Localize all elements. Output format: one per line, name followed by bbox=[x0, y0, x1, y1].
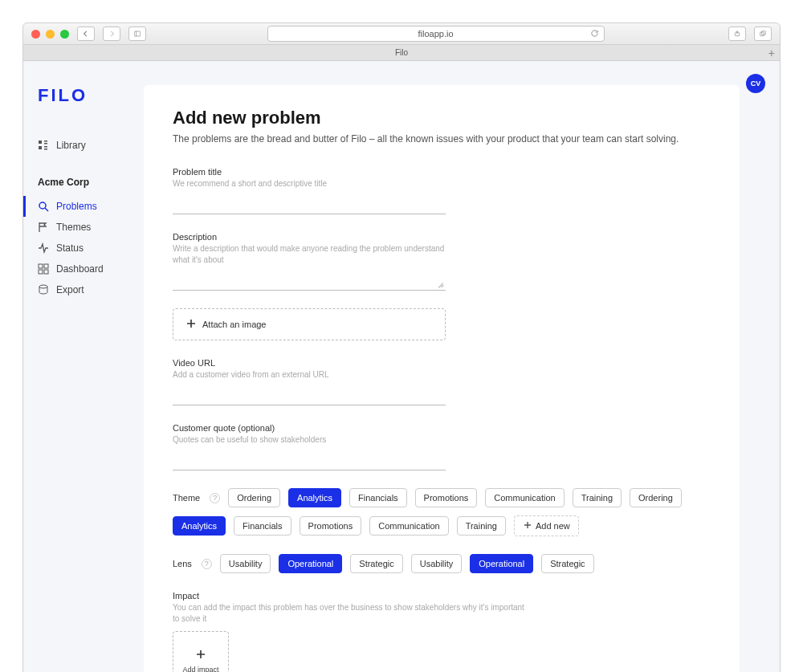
impact-label: Impact bbox=[173, 591, 526, 601]
back-button[interactable] bbox=[77, 26, 95, 41]
active-tab-title[interactable]: Filo bbox=[395, 48, 408, 57]
field-customer-quote: Customer quote (optional) Quotes can be … bbox=[173, 423, 446, 470]
theme-chip-promotions[interactable]: Promotions bbox=[415, 488, 478, 507]
sidebar-item-label: Library bbox=[56, 140, 86, 151]
dashboard-icon bbox=[38, 263, 49, 275]
sidebar-item-status[interactable]: Status bbox=[23, 238, 136, 259]
lens-chip-usability[interactable]: Usability bbox=[411, 554, 463, 573]
forward-button[interactable] bbox=[103, 26, 120, 41]
svg-rect-10 bbox=[44, 149, 47, 150]
sidebar-toggle-button[interactable] bbox=[128, 26, 146, 41]
svg-rect-16 bbox=[44, 270, 48, 274]
svg-rect-5 bbox=[39, 141, 42, 144]
attach-image-button[interactable]: Attach an image bbox=[173, 308, 446, 340]
svg-rect-14 bbox=[44, 264, 48, 268]
org-name: Acme Corp bbox=[35, 177, 136, 196]
field-description: Description Write a description that wou… bbox=[173, 232, 446, 291]
resize-handle-icon[interactable] bbox=[438, 281, 444, 287]
sidebar-item-export[interactable]: Export bbox=[23, 279, 136, 300]
plus-icon bbox=[523, 520, 532, 531]
theme-chip-analytics[interactable]: Analytics bbox=[173, 516, 226, 536]
quote-hint: Quotes can be useful to show stakeholder… bbox=[173, 434, 446, 446]
svg-rect-8 bbox=[44, 143, 47, 145]
add-impact-label: Add impact bbox=[182, 666, 218, 672]
lens-label: Lens bbox=[173, 559, 192, 568]
description-label: Description bbox=[173, 232, 446, 242]
maximize-window-button[interactable] bbox=[60, 30, 69, 39]
theme-chip-communication[interactable]: Communication bbox=[369, 516, 448, 536]
problem-title-label: Problem title bbox=[173, 167, 446, 177]
svg-rect-0 bbox=[134, 31, 140, 36]
svg-rect-6 bbox=[39, 146, 42, 149]
plus-icon bbox=[186, 319, 196, 330]
flag-icon bbox=[38, 222, 49, 233]
sidebar-item-library[interactable]: Library bbox=[23, 135, 136, 156]
page-title: Add new problem bbox=[173, 108, 711, 128]
page-subtitle: The problems are the bread and butter of… bbox=[173, 133, 711, 145]
theme-chip-financials[interactable]: Financials bbox=[349, 488, 407, 507]
minimize-window-button[interactable] bbox=[46, 30, 55, 39]
svg-rect-13 bbox=[39, 264, 43, 268]
impact-hint: You can add the impact this problem has … bbox=[173, 602, 526, 625]
field-problem-title: Problem title We recommend a short and d… bbox=[173, 167, 446, 214]
theme-chip-ordering[interactable]: Ordering bbox=[630, 488, 682, 507]
attach-label: Attach an image bbox=[202, 320, 267, 329]
lens-chip-operational[interactable]: Operational bbox=[470, 554, 533, 573]
theme-row: Theme ? OrderingAnalyticsFinancialsPromo… bbox=[173, 488, 711, 536]
lens-chip-operational[interactable]: Operational bbox=[279, 554, 342, 573]
search-icon bbox=[38, 201, 49, 212]
sidebar-item-themes[interactable]: Themes bbox=[23, 217, 136, 238]
quote-input[interactable] bbox=[173, 449, 446, 470]
svg-point-17 bbox=[39, 285, 47, 288]
video-url-hint: Add a customer video from an external UR… bbox=[173, 369, 446, 381]
theme-chip-training[interactable]: Training bbox=[573, 488, 622, 507]
svg-rect-7 bbox=[44, 141, 47, 142]
plus-icon bbox=[196, 650, 206, 661]
sidebar-item-dashboard[interactable]: Dashboard bbox=[23, 259, 136, 279]
tabs-button[interactable] bbox=[754, 26, 772, 41]
sidebar-item-label: Themes bbox=[56, 222, 91, 233]
video-url-label: Video URL bbox=[173, 358, 446, 368]
logo: FILO bbox=[35, 85, 136, 106]
activity-icon bbox=[38, 242, 49, 254]
reload-icon[interactable] bbox=[590, 29, 599, 39]
sidebar-item-problems[interactable]: Problems bbox=[23, 196, 136, 217]
add-theme-label: Add new bbox=[536, 521, 570, 531]
export-icon bbox=[38, 284, 49, 295]
problem-title-hint: We recommend a short and descriptive tit… bbox=[173, 178, 446, 189]
sidebar: FILO Library Acme Corp Problems Themes S… bbox=[23, 61, 136, 672]
browser-tab-bar: Filo + bbox=[22, 45, 781, 61]
sidebar-item-label: Dashboard bbox=[56, 263, 104, 275]
theme-label: Theme bbox=[173, 493, 200, 503]
main-content: Add new problem The problems are the bre… bbox=[144, 85, 740, 672]
field-impact: Impact You can add the impact this probl… bbox=[173, 591, 526, 672]
theme-chip-financials[interactable]: Financials bbox=[234, 516, 291, 536]
problem-title-input[interactable] bbox=[173, 193, 446, 214]
lens-chip-strategic[interactable]: Strategic bbox=[541, 554, 593, 573]
add-theme-button[interactable]: Add new bbox=[514, 515, 579, 536]
video-url-input[interactable] bbox=[173, 384, 446, 405]
share-button[interactable] bbox=[728, 26, 746, 41]
add-impact-button[interactable]: Add impact bbox=[173, 631, 229, 672]
info-icon[interactable]: ? bbox=[210, 493, 220, 503]
svg-line-12 bbox=[45, 208, 48, 211]
lens-chip-strategic[interactable]: Strategic bbox=[350, 554, 402, 573]
new-tab-button[interactable]: + bbox=[768, 47, 775, 59]
user-avatar[interactable]: CV bbox=[746, 74, 765, 93]
theme-chip-ordering[interactable]: Ordering bbox=[228, 488, 280, 507]
svg-rect-15 bbox=[39, 270, 43, 274]
library-icon bbox=[38, 140, 49, 151]
address-bar[interactable]: filoapp.io bbox=[267, 26, 605, 42]
theme-chip-analytics[interactable]: Analytics bbox=[288, 488, 341, 507]
description-input[interactable] bbox=[173, 269, 446, 291]
field-video-url: Video URL Add a customer video from an e… bbox=[173, 358, 446, 405]
description-hint: Write a description that would make anyo… bbox=[173, 243, 446, 266]
theme-chip-training[interactable]: Training bbox=[457, 516, 506, 536]
theme-chip-promotions[interactable]: Promotions bbox=[300, 516, 362, 536]
info-icon[interactable]: ? bbox=[202, 559, 212, 569]
sidebar-item-label: Status bbox=[56, 242, 84, 254]
theme-chip-communication[interactable]: Communication bbox=[485, 488, 564, 507]
quote-label: Customer quote (optional) bbox=[173, 423, 446, 433]
close-window-button[interactable] bbox=[31, 30, 40, 39]
lens-chip-usability[interactable]: Usability bbox=[220, 554, 271, 573]
